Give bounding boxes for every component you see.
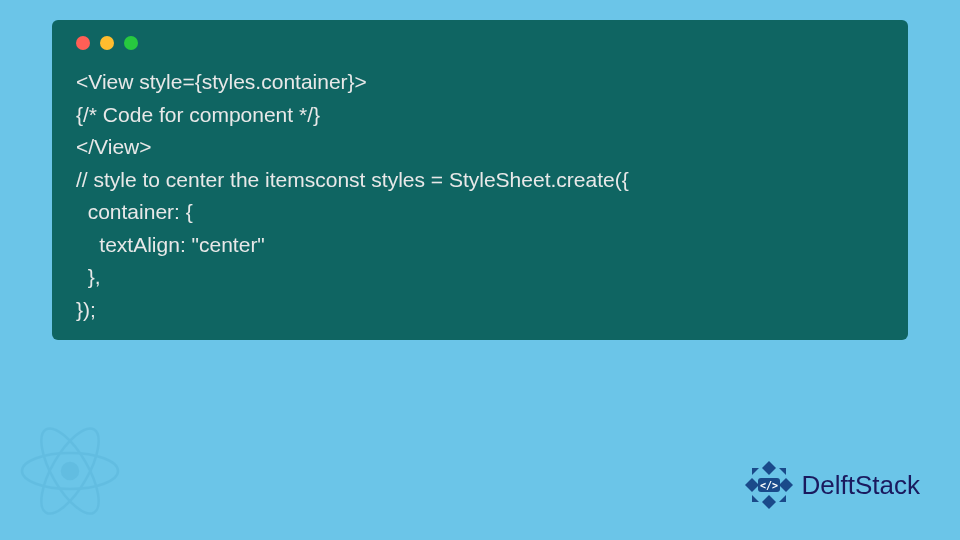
code-line: textAlign: "center" [76, 233, 265, 256]
brand-logo: </> DelftStack [742, 458, 921, 512]
brand-name-part1: Delft [802, 470, 855, 500]
code-line: }, [76, 265, 101, 288]
brand-name: DelftStack [802, 470, 921, 501]
code-line: {/* Code for component */} [76, 103, 320, 126]
svg-marker-8 [752, 468, 759, 475]
react-watermark-icon [10, 416, 130, 530]
code-line: <View style={styles.container}> [76, 70, 367, 93]
svg-marker-6 [745, 478, 759, 492]
svg-marker-7 [779, 478, 793, 492]
svg-text:</>: </> [759, 480, 777, 491]
svg-marker-10 [752, 495, 759, 502]
code-content: <View style={styles.container}> {/* Code… [76, 66, 884, 326]
close-dot-icon [76, 36, 90, 50]
minimize-dot-icon [100, 36, 114, 50]
delftstack-logo-icon: </> [742, 458, 796, 512]
svg-marker-11 [779, 495, 786, 502]
code-window: <View style={styles.container}> {/* Code… [52, 20, 908, 340]
brand-name-part2: Stack [855, 470, 920, 500]
code-line: // style to center the itemsconst styles… [76, 168, 629, 191]
code-line: </View> [76, 135, 152, 158]
svg-marker-4 [762, 461, 776, 475]
svg-marker-5 [762, 495, 776, 509]
code-line: }); [76, 298, 96, 321]
svg-marker-9 [779, 468, 786, 475]
window-controls [76, 36, 884, 50]
code-line: container: { [76, 200, 193, 223]
svg-point-3 [62, 463, 78, 479]
maximize-dot-icon [124, 36, 138, 50]
